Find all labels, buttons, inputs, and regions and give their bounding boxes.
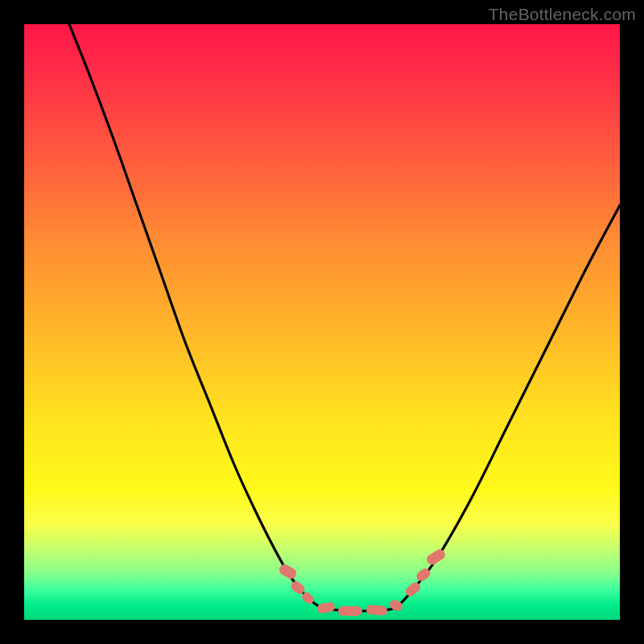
plot-area [24,24,620,620]
highlight-segment-3 [316,601,336,614]
highlight-segment-6 [388,598,404,613]
highlight-segment-4 [338,606,362,616]
highlight-segment-7 [403,580,422,598]
highlight-segments [24,24,620,620]
highlight-segment-8 [415,567,432,583]
highlight-segment-9 [424,547,446,567]
highlight-segment-0 [277,563,298,580]
watermark-text: TheBottleneck.com [489,5,636,24]
highlight-segment-5 [366,605,388,616]
